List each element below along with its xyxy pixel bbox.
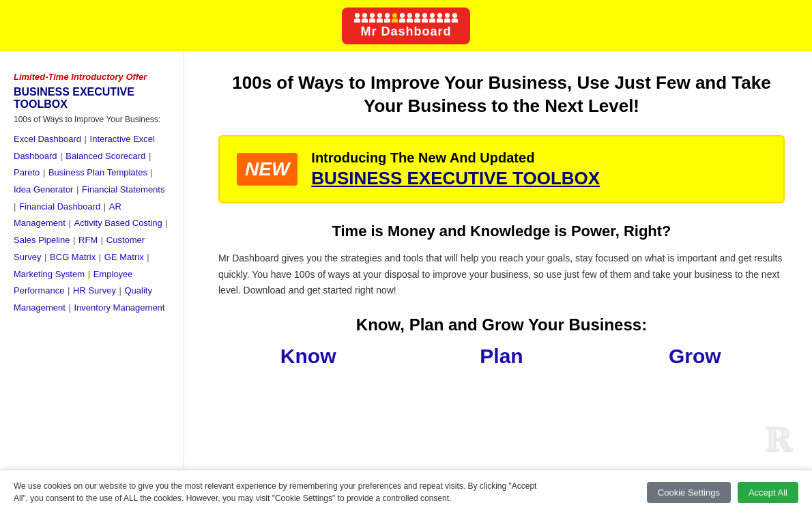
sidebar-link-balanced-scorecard[interactable]: Balanced Scorecard bbox=[66, 151, 145, 161]
cookie-buttons: Cookie Settings Accept All bbox=[647, 482, 798, 503]
sidebar-link-activity-based-costing[interactable]: Activity Based Costing bbox=[74, 218, 162, 228]
logo-box[interactable]: Mr Dashboard bbox=[342, 8, 470, 44]
header: Mr Dashboard bbox=[0, 0, 812, 51]
sidebar-links: Excel Dashboard | Interactive Excel Dash… bbox=[14, 131, 170, 317]
sidebar-link-hr-survey[interactable]: HR Survey bbox=[73, 285, 116, 296]
sidebar-link-financial-dashboard[interactable]: Financial Dashboard bbox=[19, 201, 100, 212]
cookie-accept-button[interactable]: Accept All bbox=[738, 482, 798, 503]
cookie-settings-button[interactable]: Cookie Settings bbox=[647, 482, 731, 503]
sidebar-link-financial-statements[interactable]: Financial Statements bbox=[82, 184, 164, 195]
main-headline: 100s of Ways to Improve Your Business, U… bbox=[218, 72, 785, 118]
logo-text: Mr Dashboard bbox=[360, 25, 451, 39]
main-content: 100s of Ways to Improve Your Business, U… bbox=[184, 51, 812, 388]
kpg-know-label: Know bbox=[218, 345, 398, 368]
sidebar-link-excel-dashboard[interactable]: Excel Dashboard bbox=[14, 134, 81, 144]
sidebar-subtitle: 100s of Ways to Improve Your Business: bbox=[14, 115, 170, 124]
cookie-bar: We use cookies on our website to give yo… bbox=[0, 470, 812, 514]
sidebar-link-sales-pipeline[interactable]: Sales Pipeline bbox=[14, 235, 70, 245]
main-subheadline: Time is Money and Knowledge is Power, Ri… bbox=[218, 223, 785, 240]
sidebar-offer-label: Limited-Time Introductory Offer bbox=[14, 72, 170, 82]
banner-intro-text: Introducing The New And Updated bbox=[311, 150, 600, 166]
kpg-plan-label: Plan bbox=[411, 345, 591, 368]
sidebar-link-bcg-matrix[interactable]: BCG Matrix bbox=[50, 252, 96, 262]
banner: NEW Introducing The New And Updated BUSI… bbox=[218, 135, 785, 204]
sidebar-title: BUSINESS EXECUTIVE TOOLBOX bbox=[14, 86, 170, 111]
sidebar-link-business-plan-templates[interactable]: Business Plan Templates bbox=[48, 167, 147, 177]
kpg-col-know: Know bbox=[218, 345, 398, 368]
sidebar-link-marketing-system[interactable]: Marketing System bbox=[14, 269, 85, 279]
main-area: 100s of Ways to Improve Your Business, U… bbox=[184, 51, 812, 514]
sidebar-link-ge-matrix[interactable]: GE Matrix bbox=[104, 252, 144, 262]
layout: Limited-Time Introductory Offer BUSINESS… bbox=[0, 51, 812, 514]
kpg-columns: Know Plan Grow ℝ bbox=[218, 345, 785, 368]
cookie-text: We use cookies on our website to give yo… bbox=[14, 480, 546, 504]
kpg-col-plan: Plan bbox=[411, 345, 591, 368]
banner-new-label: NEW bbox=[237, 153, 298, 186]
kpg-grow-label: Grow bbox=[605, 345, 785, 368]
sidebar-link-rfm[interactable]: RFM bbox=[78, 235, 98, 245]
revain-watermark: ℝ bbox=[764, 421, 792, 459]
sidebar-link-pareto[interactable]: Pareto bbox=[14, 167, 40, 177]
logo-people-icons bbox=[354, 13, 458, 23]
kpg-title: Know, Plan and Grow Your Business: bbox=[218, 315, 785, 334]
kpg-col-grow: Grow ℝ bbox=[605, 345, 785, 368]
sidebar-link-inventory-management[interactable]: Inventory Management bbox=[74, 302, 165, 313]
banner-content: Introducing The New And Updated BUSINESS… bbox=[311, 150, 600, 189]
main-body-text: Mr Dashboard gives you the strategies an… bbox=[218, 251, 785, 298]
sidebar: Limited-Time Introductory Offer BUSINESS… bbox=[0, 51, 184, 514]
sidebar-link-idea-generator[interactable]: Idea Generator bbox=[14, 184, 73, 195]
banner-main-text: BUSINESS EXECUTIVE TOOLBOX bbox=[311, 169, 600, 189]
